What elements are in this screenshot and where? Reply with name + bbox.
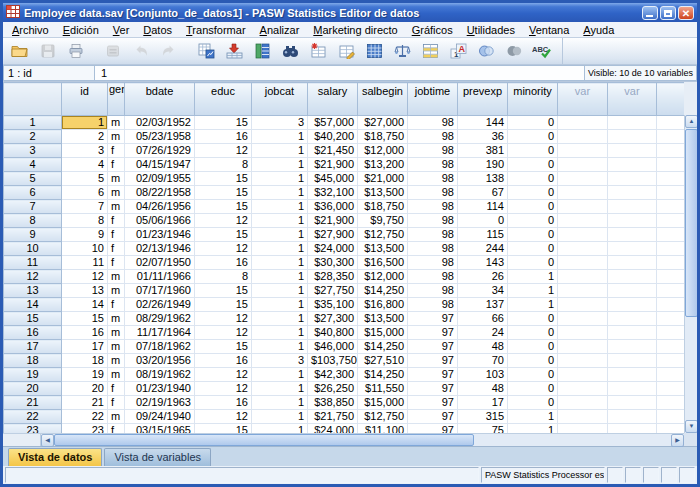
cell-bdate[interactable]: 02/07/1950 (125, 256, 195, 270)
scroll-down-icon[interactable]: ▼ (685, 420, 698, 433)
cell-salary[interactable]: $40,200 (308, 130, 358, 144)
cell-jobcat[interactable]: 3 (252, 354, 308, 368)
column-header-minority[interactable]: minority (508, 83, 558, 116)
cell-gender[interactable]: m (108, 284, 125, 298)
row-header-6[interactable]: 6 (4, 186, 62, 200)
cell-jobcat[interactable]: 1 (252, 172, 308, 186)
cell-jobcat[interactable]: 1 (252, 424, 308, 434)
cell-jobcat[interactable]: 1 (252, 382, 308, 396)
cell-salbegin[interactable]: $12,000 (358, 270, 408, 284)
cell-var[interactable] (608, 200, 657, 214)
cell-gender[interactable]: m (108, 186, 125, 200)
cell-jobtime[interactable]: 97 (408, 396, 458, 410)
cell-prevexp[interactable]: 48 (458, 340, 508, 354)
cell-jobcat[interactable]: 1 (252, 312, 308, 326)
menu-item-ventana[interactable]: Ventana (522, 23, 576, 37)
cell-id[interactable]: 19 (62, 368, 108, 382)
cell-salary[interactable]: $24,000 (308, 424, 358, 434)
menu-item-datos[interactable]: Datos (136, 23, 179, 37)
cell-var[interactable] (558, 284, 608, 298)
horizontal-scrollbar[interactable]: ◀ ▶ (3, 433, 684, 446)
cell-id[interactable]: 1 (62, 116, 108, 130)
cell-var[interactable] (558, 186, 608, 200)
cell-jobtime[interactable]: 97 (408, 382, 458, 396)
cell-educ[interactable]: 12 (195, 144, 252, 158)
goto-variable-icon[interactable] (248, 40, 276, 63)
cell-educ[interactable]: 16 (195, 354, 252, 368)
cell-gender[interactable]: m (108, 368, 125, 382)
vertical-scrollbar[interactable]: ▲ ▼ (684, 115, 697, 433)
cell-prevexp[interactable]: 67 (458, 186, 508, 200)
cell-jobcat[interactable]: 1 (252, 298, 308, 312)
cell-salary[interactable]: $57,000 (308, 116, 358, 130)
cell-jobcat[interactable]: 1 (252, 396, 308, 410)
cell-gender[interactable]: m (108, 200, 125, 214)
cell-var[interactable] (558, 298, 608, 312)
print-icon[interactable] (62, 40, 90, 63)
menu-item-analizar[interactable]: Analizar (253, 23, 307, 37)
cell-var[interactable] (558, 382, 608, 396)
cell-gender[interactable]: m (108, 340, 125, 354)
cell-salary[interactable]: $27,900 (308, 228, 358, 242)
cell-var[interactable] (558, 312, 608, 326)
cell-id[interactable]: 2 (62, 130, 108, 144)
cell-id[interactable]: 11 (62, 256, 108, 270)
insert-variable-icon[interactable] (332, 40, 360, 63)
row-header-11[interactable]: 11 (4, 256, 62, 270)
menu-item-transformar[interactable]: Transformar (179, 23, 253, 37)
cell-minority[interactable]: 0 (508, 158, 558, 172)
cell-minority[interactable]: 0 (508, 242, 558, 256)
cell-salbegin[interactable]: $13,500 (358, 186, 408, 200)
cell-id[interactable]: 9 (62, 228, 108, 242)
column-header-prevexp[interactable]: prevexp (458, 83, 508, 116)
cell-salary[interactable]: $21,900 (308, 158, 358, 172)
cell-gender[interactable]: f (108, 228, 125, 242)
row-header-20[interactable]: 20 (4, 382, 62, 396)
cell-bdate[interactable]: 02/03/1952 (125, 116, 195, 130)
cell-var[interactable] (608, 354, 657, 368)
cell-prevexp[interactable]: 190 (458, 158, 508, 172)
cell-bdate[interactable]: 07/26/1929 (125, 144, 195, 158)
column-header-var-2[interactable]: var (608, 83, 657, 116)
spell-check-icon[interactable]: ABC (528, 40, 556, 63)
cell-var[interactable] (608, 158, 657, 172)
weight-cases-icon[interactable] (388, 40, 416, 63)
cell-id[interactable]: 14 (62, 298, 108, 312)
row-header-18[interactable]: 18 (4, 354, 62, 368)
cell-id[interactable]: 5 (62, 172, 108, 186)
cell-minority[interactable]: 0 (508, 116, 558, 130)
cell-salbegin[interactable]: $12,750 (358, 228, 408, 242)
cell-salary[interactable]: $40,800 (308, 326, 358, 340)
cell-salbegin[interactable]: $11,550 (358, 382, 408, 396)
cell-salbegin[interactable]: $14,250 (358, 368, 408, 382)
cell-salary[interactable]: $38,850 (308, 396, 358, 410)
cell-gender[interactable]: f (108, 242, 125, 256)
cell-minority[interactable]: 0 (508, 214, 558, 228)
cell-educ[interactable]: 15 (195, 284, 252, 298)
cell-jobtime[interactable]: 98 (408, 242, 458, 256)
cell-jobtime[interactable]: 98 (408, 270, 458, 284)
cell-id[interactable]: 12 (62, 270, 108, 284)
cell-minority[interactable]: 1 (508, 424, 558, 434)
row-header-1[interactable]: 1 (4, 116, 62, 130)
row-header-10[interactable]: 10 (4, 242, 62, 256)
cell-bdate[interactable]: 03/20/1956 (125, 354, 195, 368)
cell-prevexp[interactable]: 315 (458, 410, 508, 424)
menu-item-graficos[interactable]: Gráficos (405, 23, 460, 37)
cell-jobtime[interactable]: 98 (408, 158, 458, 172)
cell-id[interactable]: 6 (62, 186, 108, 200)
row-header-16[interactable]: 16 (4, 326, 62, 340)
cell-educ[interactable]: 15 (195, 172, 252, 186)
cell-salbegin[interactable]: $13,500 (358, 312, 408, 326)
cell-salbegin[interactable]: $15,000 (358, 326, 408, 340)
cell-prevexp[interactable]: 36 (458, 130, 508, 144)
cell-minority[interactable]: 1 (508, 284, 558, 298)
row-header-2[interactable]: 2 (4, 130, 62, 144)
minimize-button[interactable] (642, 6, 658, 20)
cell-jobcat[interactable]: 1 (252, 130, 308, 144)
cell-bdate[interactable]: 03/15/1965 (125, 424, 195, 434)
cell-bdate[interactable]: 02/13/1946 (125, 242, 195, 256)
row-header-22[interactable]: 22 (4, 410, 62, 424)
cell-id[interactable]: 7 (62, 200, 108, 214)
cell-prevexp[interactable]: 115 (458, 228, 508, 242)
